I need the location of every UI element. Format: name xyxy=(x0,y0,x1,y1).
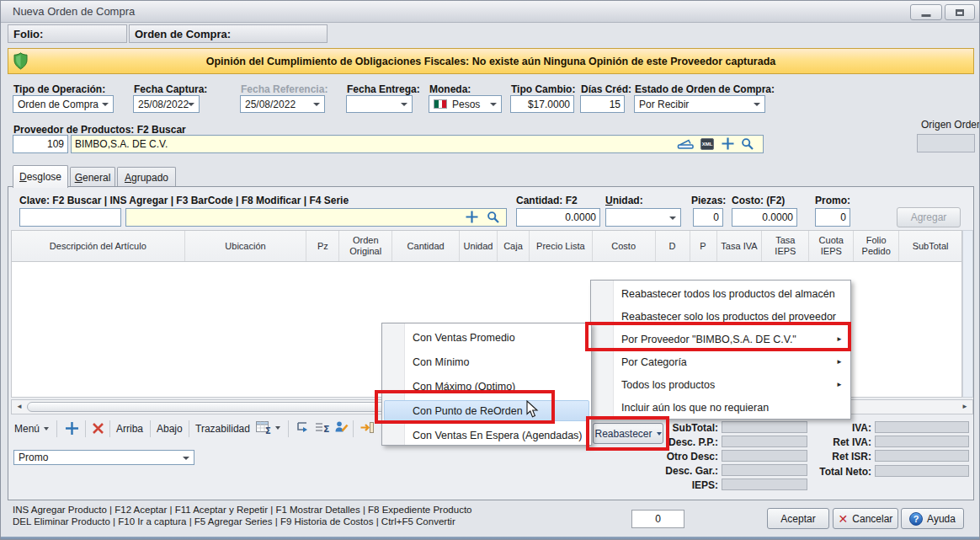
tab-general[interactable]: General xyxy=(70,167,115,187)
chevron-down-icon xyxy=(754,103,760,106)
agregar-button[interactable]: Agregar xyxy=(897,207,961,227)
fecha-entrega-select[interactable] xyxy=(346,95,413,113)
column-header[interactable]: Costo xyxy=(593,231,656,261)
piezas-input[interactable] xyxy=(693,208,723,227)
column-header[interactable]: Unidad xyxy=(460,231,498,261)
proveedor-label: Proveedor de Productos: F2 Buscar xyxy=(13,124,186,136)
arriba-button[interactable]: Arriba xyxy=(116,423,143,435)
proveedor-code-input[interactable] xyxy=(13,135,68,153)
add-row-icon[interactable] xyxy=(64,420,80,439)
total-neto-value-box xyxy=(875,465,969,477)
search-provider-icon[interactable] xyxy=(741,137,754,153)
count-input[interactable] xyxy=(631,510,684,528)
column-header[interactable]: Folio Pedido xyxy=(854,231,899,261)
column-header[interactable]: P xyxy=(690,231,717,261)
delete-row-icon[interactable] xyxy=(92,422,104,437)
reorden-submenu: Con Ventas Promedio Con Mínimo Con Máxim… xyxy=(381,323,592,446)
minimize-icon xyxy=(922,14,931,17)
fecha-referencia-select[interactable]: 25/08/2022 xyxy=(240,95,325,113)
proveedor-name-input[interactable] xyxy=(71,135,764,153)
column-header[interactable]: Ubicación xyxy=(185,231,307,261)
tab-agrupado-label: Agrupado xyxy=(125,172,168,184)
menu-item-por-categoria[interactable]: Por Categoría ► xyxy=(591,350,850,373)
menu-item-con-ventas-en-espera[interactable]: Con Ventas En Espera (Agendadas) xyxy=(382,423,591,447)
toolbar-separator xyxy=(288,420,289,437)
maximize-button[interactable] xyxy=(945,4,975,20)
promo-label: Promo: xyxy=(815,195,850,206)
scroll-left-icon[interactable]: ◄ xyxy=(16,403,23,410)
tab-agrupado[interactable]: Agrupado xyxy=(117,167,176,187)
column-header[interactable]: D xyxy=(656,231,690,261)
cancelar-button[interactable]: ✕ Cancelar xyxy=(833,508,898,529)
xml-file-icon[interactable]: XML xyxy=(700,138,714,150)
column-header[interactable]: Tasa IVA xyxy=(717,231,763,261)
column-header[interactable]: Cantidad xyxy=(392,231,460,261)
column-header[interactable]: Tasa IEPS xyxy=(762,231,809,261)
cantidad-input[interactable] xyxy=(516,208,600,227)
costo-input[interactable] xyxy=(732,208,797,227)
unidad-select[interactable] xyxy=(605,208,681,227)
clave-shortcuts-label: Clave: F2 Buscar | INS Agregar | F3 BarC… xyxy=(19,195,349,206)
ayuda-button[interactable]: ? Ayuda xyxy=(901,508,964,529)
clave-search-input[interactable] xyxy=(125,208,507,227)
menu-item-todos-los-productos[interactable]: Todos los productos ► xyxy=(591,373,850,396)
promo-input[interactable] xyxy=(815,208,850,227)
costo-label: Costo: (F2) xyxy=(732,195,785,206)
menu-item-incluir-aun[interactable]: Incluir aún los que no requieran xyxy=(591,396,850,419)
column-header[interactable]: SubTotal xyxy=(899,231,961,261)
fecha-captura-select[interactable]: 25/08/2022 xyxy=(133,95,200,113)
toolbar-separator xyxy=(56,420,57,437)
send-row-icon[interactable] xyxy=(360,421,375,436)
menu-button-label: Menú xyxy=(14,423,40,435)
column-header[interactable]: Descripción del Artículo xyxy=(12,231,185,261)
menu-dropdown-button[interactable]: Menú xyxy=(14,423,49,435)
estado-orden-select[interactable]: Por Recibir xyxy=(634,95,765,113)
origen-orden-box xyxy=(917,134,975,152)
trazabilidad-button[interactable]: Trazabilidad xyxy=(195,423,250,435)
add-provider-icon[interactable] xyxy=(721,136,735,153)
moneda-select[interactable]: Pesos xyxy=(429,95,502,113)
search-article-icon[interactable] xyxy=(487,211,500,227)
menu-item-reabastecer-todos[interactable]: Reabastecer todos los productos del alma… xyxy=(591,282,850,305)
abajo-button[interactable]: Abajo xyxy=(157,423,183,435)
tab-desglose[interactable]: Desglose xyxy=(13,165,68,188)
vertical-scrollbar[interactable] xyxy=(962,230,973,398)
fiscal-warning-bar: Opinión del Cumplimiento de Obligaciones… xyxy=(8,48,974,74)
fiscal-warning-text: Opinión del Cumplimiento de Obligaciones… xyxy=(206,56,776,67)
grid-header: Descripción del Artículo Ubicación Pz Or… xyxy=(11,230,962,262)
clave-code-input[interactable] xyxy=(19,208,121,227)
tipo-operacion-select[interactable]: Orden de Compra xyxy=(13,95,114,113)
scanner-icon[interactable] xyxy=(677,137,695,153)
hierarchy-icon[interactable] xyxy=(295,421,310,436)
dias-cred-input[interactable] xyxy=(580,95,625,113)
aceptar-button-label: Aceptar xyxy=(780,513,815,525)
add-article-icon[interactable] xyxy=(465,210,479,227)
otro-desc-value-box xyxy=(722,450,807,462)
tipo-cambio-input[interactable] xyxy=(510,95,574,113)
menu-item-con-minimo[interactable]: Con Mínimo xyxy=(382,350,591,374)
column-header[interactable]: Precio Lista xyxy=(530,231,593,261)
filter-value: Promo xyxy=(19,452,48,463)
annotation-box-reabastecer xyxy=(586,416,669,451)
scroll-right-icon[interactable]: ► xyxy=(961,403,968,410)
submenu-arrow-icon: ► xyxy=(836,381,843,388)
column-header[interactable]: Caja xyxy=(498,231,530,261)
minimize-button[interactable] xyxy=(910,4,942,20)
window-title: Nueva Orden de Compra xyxy=(13,5,135,18)
column-header[interactable]: Orden Original xyxy=(339,231,392,261)
sum-rows-icon[interactable]: Σ xyxy=(314,421,330,436)
table-sum-icon[interactable]: Σ xyxy=(256,420,280,435)
desc-gar-label: Desc. Gar.: xyxy=(642,465,718,477)
column-header[interactable]: Cuota IEPS xyxy=(809,231,854,261)
filter-select[interactable]: Promo xyxy=(13,450,194,465)
column-header[interactable]: Pz xyxy=(306,231,339,261)
window-bottom-edge xyxy=(1,537,980,540)
toolbar-separator xyxy=(150,420,151,437)
orden-compra-box: Orden de Compra: xyxy=(129,24,328,43)
edit-user-icon[interactable] xyxy=(334,420,349,436)
desc-gar-value-box xyxy=(722,464,807,476)
title-bar: Nueva Orden de Compra xyxy=(1,1,980,23)
aceptar-button[interactable]: Aceptar xyxy=(767,508,829,529)
menu-item-con-ventas-promedio[interactable]: Con Ventas Promedio xyxy=(382,325,591,350)
cancelar-button-label: Cancelar xyxy=(852,513,892,525)
